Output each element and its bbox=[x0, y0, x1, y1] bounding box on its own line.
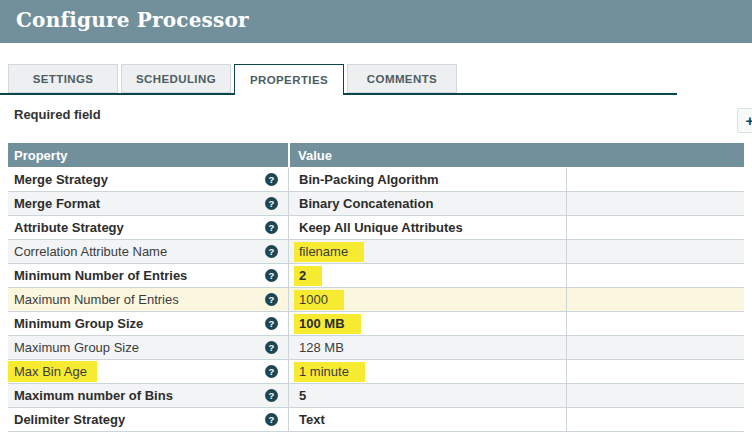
property-cell: Merge Strategy? bbox=[8, 168, 288, 191]
empty-cell bbox=[566, 360, 744, 383]
table-row[interactable]: Minimum Number of Entries?2 bbox=[8, 264, 744, 288]
required-field-label: Required field bbox=[14, 107, 101, 122]
help-icon[interactable]: ? bbox=[265, 269, 278, 282]
property-value: Binary Concatenation bbox=[299, 196, 433, 211]
property-name: Merge Strategy bbox=[14, 172, 108, 187]
table-body: Merge Strategy?Bin-Packing AlgorithmMerg… bbox=[8, 168, 744, 432]
property-cell: Merge Format? bbox=[8, 192, 288, 215]
help-icon[interactable]: ? bbox=[265, 293, 278, 306]
empty-cell bbox=[566, 264, 744, 287]
column-header-value: Value bbox=[290, 143, 744, 167]
value-cell[interactable]: Keep All Unique Attributes bbox=[288, 216, 566, 239]
property-name: Delimiter Strategy bbox=[14, 412, 125, 427]
property-cell: Maximum number of Bins? bbox=[8, 384, 288, 407]
tab-settings[interactable]: SETTINGS bbox=[8, 64, 118, 93]
configure-processor-dialog: Configure Processor SETTINGSSCHEDULINGPR… bbox=[0, 0, 752, 434]
property-cell: Maximum Group Size? bbox=[8, 336, 288, 359]
property-value: 100 MB bbox=[294, 314, 361, 334]
table-row[interactable]: Maximum Group Size?128 MB bbox=[8, 336, 744, 360]
empty-cell bbox=[566, 216, 744, 239]
empty-cell bbox=[566, 168, 744, 191]
value-cell[interactable]: 5 bbox=[288, 384, 566, 407]
value-cell[interactable]: 100 MB bbox=[288, 312, 566, 335]
value-cell[interactable]: 2 bbox=[288, 264, 566, 287]
table-row[interactable]: Delimiter Strategy?Text bbox=[8, 408, 744, 432]
property-cell: Attribute Strategy? bbox=[8, 216, 288, 239]
property-value: Keep All Unique Attributes bbox=[299, 220, 463, 235]
empty-cell bbox=[566, 336, 744, 359]
table-row[interactable]: Maximum Number of Entries?1000 bbox=[8, 288, 744, 312]
property-cell: Correlation Attribute Name? bbox=[8, 240, 288, 263]
empty-cell bbox=[566, 312, 744, 335]
property-value: 1 minute bbox=[294, 362, 365, 382]
properties-table: Property Value Merge Strategy?Bin-Packin… bbox=[8, 143, 744, 432]
table-row[interactable]: Merge Format?Binary Concatenation bbox=[8, 192, 744, 216]
table-row[interactable]: Merge Strategy?Bin-Packing Algorithm bbox=[8, 168, 744, 192]
property-name: Max Bin Age bbox=[8, 361, 97, 382]
property-cell: Delimiter Strategy? bbox=[8, 408, 288, 431]
property-cell: Max Bin Age? bbox=[8, 360, 288, 383]
help-icon[interactable]: ? bbox=[265, 317, 278, 330]
property-value: 1000 bbox=[294, 290, 344, 310]
help-icon[interactable]: ? bbox=[265, 245, 278, 258]
property-name: Attribute Strategy bbox=[14, 220, 124, 235]
property-value: filename bbox=[294, 242, 364, 262]
table-row[interactable]: Correlation Attribute Name?filename bbox=[8, 240, 744, 264]
property-value: 5 bbox=[299, 388, 306, 403]
empty-cell bbox=[566, 240, 744, 263]
property-name: Maximum number of Bins bbox=[14, 388, 173, 403]
property-name: Minimum Number of Entries bbox=[14, 268, 187, 283]
property-value: 2 bbox=[294, 266, 322, 286]
property-value: Bin-Packing Algorithm bbox=[299, 172, 439, 187]
value-cell[interactable]: 128 MB bbox=[288, 336, 566, 359]
value-cell[interactable]: Text bbox=[288, 408, 566, 431]
table-row[interactable]: Minimum Group Size?100 MB bbox=[8, 312, 744, 336]
tab-properties[interactable]: PROPERTIES bbox=[234, 64, 344, 95]
value-cell[interactable]: Bin-Packing Algorithm bbox=[288, 168, 566, 191]
empty-cell bbox=[566, 288, 744, 311]
property-name: Merge Format bbox=[14, 196, 100, 211]
value-cell[interactable]: 1000 bbox=[288, 288, 566, 311]
tab-comments[interactable]: COMMENTS bbox=[347, 64, 457, 93]
empty-cell bbox=[566, 408, 744, 431]
new-property-button[interactable]: + bbox=[737, 108, 752, 133]
property-cell: Minimum Number of Entries? bbox=[8, 264, 288, 287]
property-cell: Maximum Number of Entries? bbox=[8, 288, 288, 311]
help-icon[interactable]: ? bbox=[265, 221, 278, 234]
table-row[interactable]: Max Bin Age?1 minute bbox=[8, 360, 744, 384]
value-cell[interactable]: Binary Concatenation bbox=[288, 192, 566, 215]
property-value: Text bbox=[299, 412, 325, 427]
column-header-property: Property bbox=[8, 143, 288, 167]
help-icon[interactable]: ? bbox=[265, 365, 278, 378]
help-icon[interactable]: ? bbox=[265, 413, 278, 426]
table-header: Property Value bbox=[8, 143, 744, 167]
dialog-title: Configure Processor bbox=[0, 0, 752, 32]
value-cell[interactable]: filename bbox=[288, 240, 566, 263]
value-cell[interactable]: 1 minute bbox=[288, 360, 566, 383]
help-icon[interactable]: ? bbox=[265, 197, 278, 210]
tab-scheduling[interactable]: SCHEDULING bbox=[121, 64, 231, 93]
table-row[interactable]: Attribute Strategy?Keep All Unique Attri… bbox=[8, 216, 744, 240]
property-cell: Minimum Group Size? bbox=[8, 312, 288, 335]
empty-cell bbox=[566, 192, 744, 215]
property-value: 128 MB bbox=[299, 340, 344, 355]
plus-icon: + bbox=[746, 113, 752, 128]
help-icon[interactable]: ? bbox=[265, 173, 278, 186]
property-name: Correlation Attribute Name bbox=[14, 244, 167, 259]
tab-bar: SETTINGSSCHEDULINGPROPERTIESCOMMENTS bbox=[0, 62, 677, 95]
help-icon[interactable]: ? bbox=[265, 389, 278, 402]
table-row[interactable]: Maximum number of Bins?5 bbox=[8, 384, 744, 408]
property-name: Maximum Group Size bbox=[14, 340, 139, 355]
property-name: Minimum Group Size bbox=[14, 316, 143, 331]
help-icon[interactable]: ? bbox=[265, 341, 278, 354]
empty-cell bbox=[566, 384, 744, 407]
property-name: Maximum Number of Entries bbox=[14, 292, 179, 307]
dialog-header: Configure Processor bbox=[0, 0, 752, 43]
